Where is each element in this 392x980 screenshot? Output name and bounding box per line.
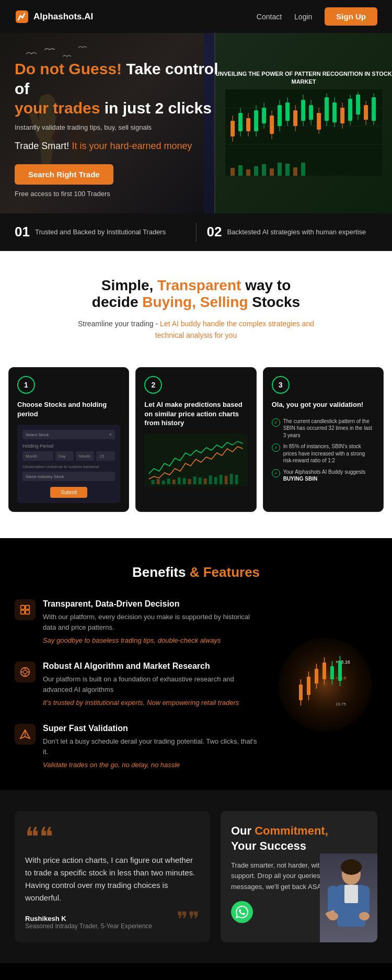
buy-signal: BUYING SBIN	[283, 476, 318, 482]
svg-rect-73	[183, 478, 186, 484]
svg-rect-75	[193, 476, 197, 484]
benefit-cta-2: It's trusted by institutional experts, N…	[43, 699, 239, 706]
hero-tagline: Trade Smart! It is your hard-earned mone…	[15, 141, 234, 152]
svg-point-90	[23, 670, 27, 674]
benefits-layout: Transparent, Data-Driven Decision With o…	[15, 599, 377, 769]
trust-num-1: 01	[15, 224, 30, 240]
testimonial-text: With price action charts, I can figure o…	[25, 854, 200, 904]
observation-label: Observation Universe to custom backend	[22, 464, 115, 469]
benefits-title-text: Benefits	[132, 564, 190, 580]
trust-text-2: Backtested AI strategies with human expe…	[227, 228, 366, 236]
svg-text:+23.16: +23.16	[336, 659, 350, 665]
market-visual: +23.16 +26.8 19.75	[278, 637, 372, 732]
hero-tagline-text: Trade Smart!	[15, 141, 72, 151]
benefit-desc-3: Don't let a busy schedule derail your tr…	[43, 736, 262, 757]
svg-rect-77	[204, 478, 207, 484]
svg-rect-78	[209, 475, 212, 484]
commitment-title-orange: Commitment,	[255, 824, 328, 837]
validation-item-2: In 85% of instances, SBIN's stock prices…	[272, 443, 375, 464]
benefits-title-orange: & Features	[190, 564, 260, 580]
whatsapp-button[interactable]	[231, 901, 253, 923]
hero-content: Do not Guess! Take control of your trade…	[15, 59, 234, 198]
trust-divider	[196, 223, 197, 242]
steps-section: 1 Choose Stocks and holding period Selec…	[0, 362, 392, 538]
hero-section: Do not Guess! Take control of your trade…	[0, 33, 392, 213]
benefits-image: +23.16 +26.8 19.75	[273, 599, 377, 769]
svg-rect-85	[21, 606, 25, 609]
hero-chart-inner: UNVEILING THE POWER OF PATTERN RECOGNITI…	[214, 33, 392, 213]
nav-signup-button[interactable]: Sign Up	[325, 7, 377, 26]
login-link[interactable]: Login	[294, 13, 312, 21]
commitment-title: Our Commitment, Your Success	[231, 824, 367, 853]
chart-title: UNVEILING THE POWER OF PATTERN RECOGNITI…	[215, 70, 392, 85]
commitment-title-part2: Your Success	[231, 839, 306, 852]
step-num-3: 3	[272, 376, 290, 394]
holding-label: Holding Period	[22, 443, 115, 449]
data-icon	[19, 604, 31, 616]
check-icon-3	[272, 469, 280, 477]
svg-rect-62	[278, 163, 282, 176]
svg-rect-74	[188, 479, 191, 484]
svg-rect-65	[301, 162, 305, 176]
benefit-cta-3: Validate trades on the go, no delay, no …	[43, 761, 180, 769]
svg-rect-60	[262, 164, 266, 176]
logo: Alphashots.AI	[15, 9, 93, 24]
step-2-chart	[144, 434, 247, 486]
simple-title-orange: Transparent	[157, 277, 241, 293]
benefit-title-1: Transparent, Data-Driven Decision	[43, 599, 262, 609]
benefit-cta-1: Say goodbye to baseless trading tips, do…	[43, 636, 221, 644]
step-num-1: 1	[17, 376, 35, 394]
testimonial-footer: Rushikesh K Seasoned Intraday Trader, 5-…	[25, 915, 200, 930]
svg-point-113	[341, 859, 362, 875]
step-card-1: 1 Choose Stocks and holding period Selec…	[8, 367, 129, 512]
step-title-3: Ola, you got your validation!	[272, 400, 375, 409]
svg-rect-57	[238, 165, 243, 176]
svg-point-119	[359, 912, 370, 920]
svg-rect-86	[26, 606, 29, 609]
month-input: Month	[22, 451, 53, 461]
nav-links: Contact Login Sign Up	[257, 7, 377, 26]
logo-text: Alphashots.AI	[33, 12, 93, 22]
benefit-title-2: Robust AI Algorithm and Market Research	[43, 662, 262, 671]
simple-subtitle-text: Streamline your trading -	[78, 320, 160, 328]
svg-rect-70	[167, 478, 170, 484]
hero-title: Do not Guess! Take control of your trade…	[15, 59, 234, 118]
submit-area: Submit	[22, 487, 115, 498]
mock-select-stock: Select Stock ▾	[22, 430, 115, 439]
hero-free-text: Free access to first 100 Traders	[15, 190, 234, 198]
trust-item-2: 02 Backtested AI strategies with human e…	[207, 224, 378, 240]
testimonial-box: ❝❝ With price action charts, I can figur…	[15, 811, 210, 942]
svg-rect-117	[359, 886, 370, 915]
benefit-item-1: Transparent, Data-Driven Decision With o…	[15, 599, 262, 645]
svg-rect-72	[178, 477, 181, 484]
mock-submit-btn[interactable]: Submit	[50, 487, 87, 498]
svg-rect-115	[344, 885, 358, 903]
commitment-box: Our Commitment, Your Success Trade smart…	[221, 811, 377, 942]
trust-bar: 01 Trusted and Backed by Institutional T…	[0, 213, 392, 251]
benefit-icon-1	[15, 599, 36, 620]
simple-subtitle: Streamline your trading - Let AI buddy h…	[71, 318, 321, 341]
svg-rect-79	[214, 477, 217, 484]
benefit-content-1: Transparent, Data-Driven Decision With o…	[43, 599, 262, 645]
industry-input: Same Industry Stock	[22, 472, 115, 481]
hero-chart	[224, 89, 383, 163]
step-card-3: 3 Ola, you got your validation! The curr…	[263, 367, 384, 512]
step-card-2: 2 Let AI make predictions based on simil…	[135, 367, 256, 512]
search-right-trade-button[interactable]: Search Right Trade	[15, 164, 113, 185]
ai-icon	[19, 666, 31, 678]
simple-title-part4: Stocks	[248, 294, 301, 310]
footer-cta: Validate your Next Trade with Alpashots.…	[0, 963, 392, 980]
benefit-content-2: Robust AI Algorithm and Market Research …	[43, 662, 262, 707]
speed-icon	[19, 728, 31, 740]
svg-rect-81	[225, 476, 228, 484]
testimonial-role: Seasoned Intraday Trader, 5-Year Experie…	[25, 922, 200, 930]
hero-tagline-orange: It is your hard-earned money	[72, 141, 192, 151]
simple-title-orange2: Buying, Selling	[142, 294, 248, 310]
benefit-desc-2: Our platform is built on a foundation of…	[43, 674, 262, 694]
benefit-title-3: Super Fast Validation	[43, 724, 262, 733]
benefits-list: Transparent, Data-Driven Decision With o…	[15, 599, 262, 769]
step-title-1: Choose Stocks and holding period	[17, 400, 120, 418]
contact-link[interactable]: Contact	[257, 13, 282, 21]
simple-title-part2: way to	[241, 277, 291, 293]
svg-rect-80	[220, 475, 223, 484]
